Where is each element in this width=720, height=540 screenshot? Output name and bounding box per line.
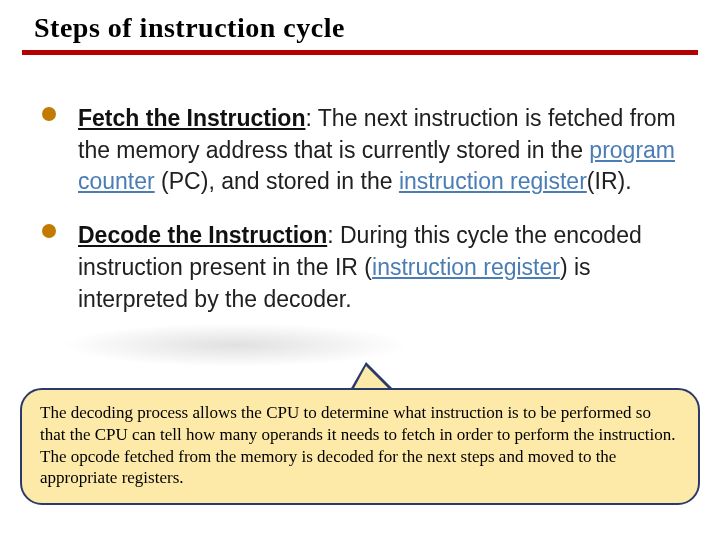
callout: The decoding process allows the CPU to d… xyxy=(20,388,700,505)
bullet-decode: Decode the Instruction: During this cycl… xyxy=(42,220,678,315)
link-instruction-register-2[interactable]: instruction register xyxy=(372,254,560,280)
bullet-dot-icon xyxy=(42,224,56,238)
callout-box: The decoding process allows the CPU to d… xyxy=(20,388,700,505)
bullet-text: (PC), and stored in the xyxy=(155,168,399,194)
bullet-head: Fetch the Instruction xyxy=(78,105,305,131)
callout-text: The decoding process allows the CPU to d… xyxy=(40,403,675,487)
bullet-head: Decode the Instruction xyxy=(78,222,327,248)
link-instruction-register[interactable]: instruction register xyxy=(399,168,587,194)
content-area: Fetch the Instruction: The next instruct… xyxy=(0,55,720,315)
page-title: Steps of instruction cycle xyxy=(0,0,720,50)
callout-tail-fill-icon xyxy=(353,366,390,390)
bullet-fetch: Fetch the Instruction: The next instruct… xyxy=(42,103,678,198)
bullet-dot-icon xyxy=(42,107,56,121)
text-shadow-decoration xyxy=(60,323,410,367)
bullet-text: (IR). xyxy=(587,168,632,194)
slide: Steps of instruction cycle Fetch the Ins… xyxy=(0,0,720,540)
